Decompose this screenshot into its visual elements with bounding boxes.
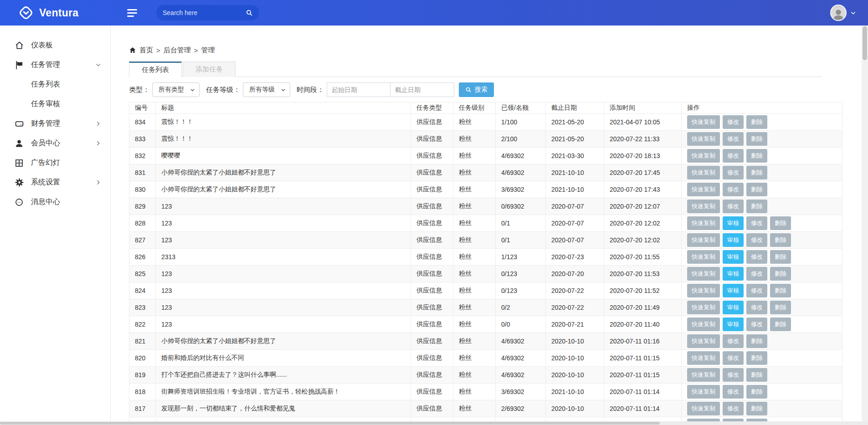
- horizontal-scrollbar[interactable]: [0, 421, 868, 425]
- edit-button[interactable]: 修改: [723, 402, 744, 415]
- cell-task-level: 粉丝: [453, 350, 496, 367]
- cell-title: 嘤嘤嘤: [156, 148, 411, 164]
- quick-copy-button[interactable]: 快速复制: [687, 334, 720, 348]
- audit-button[interactable]: 审核: [723, 233, 744, 247]
- horizontal-scrollbar-thumb[interactable]: [0, 422, 660, 425]
- edit-button[interactable]: 修改: [723, 166, 744, 179]
- tab-add-task[interactable]: 添加任务: [183, 61, 236, 77]
- quick-copy-button[interactable]: 快速复制: [687, 200, 720, 213]
- sidebar-item-task-management[interactable]: 任务管理: [0, 55, 110, 75]
- edit-button[interactable]: 修改: [746, 267, 767, 281]
- quick-copy-button[interactable]: 快速复制: [687, 216, 720, 230]
- edit-button[interactable]: 修改: [746, 301, 767, 314]
- audit-button[interactable]: 审核: [723, 216, 744, 230]
- audit-button[interactable]: 审核: [723, 301, 744, 314]
- sidebar-item-member-center[interactable]: 会员中心: [0, 133, 110, 153]
- quick-copy-button[interactable]: 快速复制: [687, 284, 720, 297]
- cell-actions: 快速复制审核修改删除: [682, 282, 842, 299]
- delete-button[interactable]: 删除: [746, 183, 767, 196]
- delete-button[interactable]: 删除: [746, 402, 767, 415]
- edit-button[interactable]: 修改: [723, 132, 744, 146]
- cell-task-type: 供应信息: [411, 148, 453, 164]
- table-row: 831小帅哥你捏的太紧了小姐姐都不好意思了供应信息粉丝4/693022021-1…: [129, 164, 842, 181]
- delete-button[interactable]: 删除: [770, 301, 791, 314]
- quick-copy-button[interactable]: 快速复制: [687, 233, 720, 247]
- sidebar-item-dashboard[interactable]: 仪表板: [0, 36, 110, 55]
- type-select[interactable]: 所有类型: [152, 82, 200, 97]
- delete-button[interactable]: 删除: [770, 284, 791, 297]
- cell-deadline: 2020-07-20: [546, 266, 604, 282]
- delete-button[interactable]: 删除: [746, 115, 767, 129]
- delete-button[interactable]: 删除: [746, 166, 767, 179]
- edit-button[interactable]: 修改: [723, 200, 744, 213]
- edit-button[interactable]: 修改: [723, 351, 744, 365]
- tab-task-list[interactable]: 任务列表: [129, 61, 182, 77]
- sidebar-item-system-settings[interactable]: 系统设置: [0, 173, 110, 192]
- delete-button[interactable]: 删除: [746, 334, 767, 348]
- vertical-scrollbar[interactable]: [862, 26, 868, 421]
- edit-button[interactable]: 修改: [746, 284, 767, 297]
- quick-copy-button[interactable]: 快速复制: [687, 402, 720, 415]
- audit-button[interactable]: 审核: [723, 250, 744, 264]
- quick-copy-button[interactable]: 快速复制: [687, 166, 720, 179]
- delete-button[interactable]: 删除: [746, 132, 767, 146]
- cell-actions: 快速复制修改删除: [682, 198, 842, 215]
- quick-copy-button[interactable]: 快速复制: [687, 368, 720, 382]
- quick-copy-button[interactable]: 快速复制: [687, 385, 720, 399]
- vertical-scrollbar-thumb[interactable]: [863, 26, 867, 60]
- edit-button[interactable]: 修改: [723, 334, 744, 348]
- quick-copy-button[interactable]: 快速复制: [687, 351, 720, 365]
- quick-copy-button[interactable]: 快速复制: [687, 250, 720, 264]
- sidebar-item-message-center[interactable]: 消息中心: [0, 192, 110, 212]
- sidebar-item-ad-slides[interactable]: 广告幻灯: [0, 153, 110, 173]
- sidebar-subitem-task-audit[interactable]: 任务审核: [0, 94, 110, 114]
- delete-button[interactable]: 删除: [746, 149, 767, 163]
- edit-button[interactable]: 修改: [746, 233, 767, 247]
- delete-button[interactable]: 删除: [746, 368, 767, 382]
- table-row: 817发现那一刻，一切都结束了，什么情和爱都见鬼供应信息粉丝2/69302202…: [129, 400, 842, 417]
- audit-button[interactable]: 审核: [723, 267, 744, 281]
- delete-button[interactable]: 删除: [770, 216, 791, 230]
- delete-button[interactable]: 删除: [746, 351, 767, 365]
- start-date-input[interactable]: [327, 82, 390, 97]
- quick-copy-button[interactable]: 快速复制: [687, 183, 720, 196]
- breadcrumb-item-home[interactable]: 首页: [139, 46, 153, 55]
- quick-copy-button[interactable]: 快速复制: [687, 267, 720, 281]
- quick-copy-button[interactable]: 快速复制: [687, 317, 720, 331]
- end-date-input[interactable]: [390, 82, 454, 97]
- quick-copy-button[interactable]: 快速复制: [687, 149, 720, 163]
- edit-button[interactable]: 修改: [723, 149, 744, 163]
- quick-copy-button[interactable]: 快速复制: [687, 132, 720, 146]
- audit-button[interactable]: 审核: [723, 284, 744, 297]
- delete-button[interactable]: 删除: [770, 267, 791, 281]
- user-menu[interactable]: [830, 5, 868, 21]
- delete-button[interactable]: 删除: [746, 385, 767, 399]
- edit-button[interactable]: 修改: [746, 216, 767, 230]
- sidebar-item-finance[interactable]: 财务管理: [0, 114, 110, 133]
- edit-button[interactable]: 修改: [746, 317, 767, 331]
- edit-button[interactable]: 修改: [723, 368, 744, 382]
- edit-button[interactable]: 修改: [723, 183, 744, 196]
- menu-toggle-button[interactable]: [127, 9, 137, 17]
- delete-button[interactable]: 删除: [770, 250, 791, 264]
- audit-button[interactable]: 审核: [723, 317, 744, 331]
- level-select[interactable]: 所有等级: [243, 82, 290, 97]
- quick-copy-button[interactable]: 快速复制: [687, 301, 720, 314]
- breadcrumb-item-backend[interactable]: 后台管理: [164, 46, 191, 55]
- cell-id: 819: [129, 367, 156, 384]
- delete-button[interactable]: 删除: [770, 317, 791, 331]
- edit-button[interactable]: 修改: [723, 115, 744, 129]
- cell-actions: 快速复制修改删除: [682, 181, 842, 198]
- search-icon[interactable]: [246, 9, 253, 16]
- delete-button[interactable]: 删除: [770, 233, 791, 247]
- search-button[interactable]: 搜索: [459, 82, 494, 97]
- delete-button[interactable]: 删除: [746, 200, 767, 213]
- cell-id: 823: [129, 299, 156, 316]
- header-task-type: 任务类型: [411, 102, 453, 114]
- quick-copy-button[interactable]: 快速复制: [687, 115, 720, 129]
- sidebar-subitem-task-list[interactable]: 任务列表: [0, 75, 110, 94]
- edit-button[interactable]: 修改: [723, 385, 744, 399]
- avatar[interactable]: [830, 5, 847, 21]
- search-input[interactable]: [163, 9, 246, 16]
- edit-button[interactable]: 修改: [746, 250, 767, 264]
